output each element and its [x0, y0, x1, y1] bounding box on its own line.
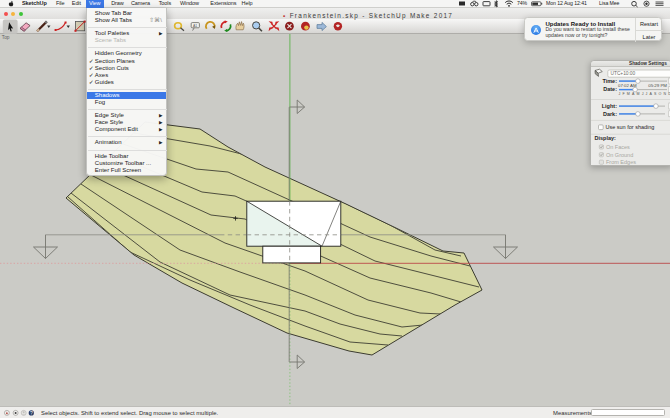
- svg-text:A1: A1: [193, 23, 197, 27]
- svg-text:?: ?: [30, 409, 33, 415]
